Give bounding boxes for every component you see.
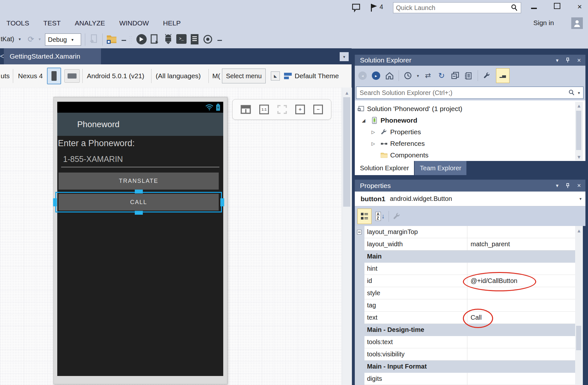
- property-value[interactable]: [467, 299, 583, 312]
- fit-window-icon[interactable]: [277, 105, 287, 114]
- layout-toggle-icon[interactable]: [241, 105, 251, 114]
- tab-list-dropdown[interactable]: ▾: [340, 52, 349, 61]
- property-digits[interactable]: digits: [355, 373, 583, 385]
- property-layout-margintop[interactable]: layout_marginTop: [355, 226, 583, 238]
- menu-analyze[interactable]: ANALYZE: [75, 19, 105, 27]
- property-value[interactable]: Call: [467, 312, 583, 324]
- document-tab[interactable]: GettingStarted.Xamarin: [4, 48, 101, 64]
- deploy-phone-icon[interactable]: [150, 34, 160, 44]
- preview-selected-items-toggle[interactable]: [496, 68, 510, 83]
- device-selector[interactable]: Nexus 4: [18, 64, 43, 88]
- resize-handle-bottom[interactable]: [135, 211, 143, 215]
- minimize-button[interactable]: [528, 3, 540, 12]
- menu-help[interactable]: HELP: [163, 19, 181, 27]
- sort-alphabetical-button[interactable]: AZ ↓: [375, 212, 385, 221]
- sign-in-link[interactable]: Sign in: [533, 19, 554, 27]
- phoneword-edittext[interactable]: 1-855-XAMARIN: [63, 155, 123, 164]
- add-item-folder-icon[interactable]: [106, 34, 118, 44]
- menu-test[interactable]: TEST: [43, 19, 61, 27]
- menu-window[interactable]: WINDOW: [119, 19, 149, 27]
- portrait-button[interactable]: [47, 64, 61, 88]
- translate-button[interactable]: TRANSLATE: [59, 173, 219, 190]
- run-icon[interactable]: [136, 34, 147, 44]
- collapse-all-icon[interactable]: [451, 71, 460, 80]
- refresh-icon[interactable]: ↻: [437, 71, 446, 80]
- chevron-down-icon[interactable]: ▾: [556, 183, 558, 189]
- language-selector[interactable]: (All languages): [156, 64, 201, 88]
- selected-object-dropdown[interactable]: button1 android.widget.Button ▾: [355, 192, 585, 206]
- android-version-selector[interactable]: Android 5.0.1 (v21): [87, 64, 144, 88]
- landscape-button[interactable]: [64, 64, 80, 88]
- scrollbar-thumb[interactable]: [576, 326, 581, 350]
- pin-icon[interactable]: [565, 57, 570, 63]
- scroll-up-icon[interactable]: ▲: [575, 228, 583, 233]
- expander-icon[interactable]: ▷: [372, 129, 381, 135]
- property-layout-width[interactable]: layout_widthmatch_parent: [355, 238, 583, 250]
- maximize-button[interactable]: [551, 3, 564, 12]
- scroll-up-icon[interactable]: ▲: [342, 90, 352, 96]
- theme-selector[interactable]: Default Theme: [295, 64, 339, 88]
- refresh-dropdown-icon[interactable]: ▾: [39, 37, 41, 42]
- target-icon[interactable]: [203, 34, 213, 44]
- toolbar-grip[interactable]: ········: [129, 35, 133, 44]
- property-value[interactable]: match_parent: [467, 238, 583, 250]
- tab-solution-explorer[interactable]: Solution Explorer: [355, 161, 414, 175]
- property-value[interactable]: [467, 263, 583, 275]
- chevron-down-icon[interactable]: ▾: [417, 73, 419, 78]
- home-icon[interactable]: [385, 71, 394, 80]
- close-button[interactable]: ×: [573, 3, 586, 12]
- back-icon[interactable]: ◂: [358, 71, 367, 80]
- property-style[interactable]: style: [355, 287, 583, 299]
- build-config-combobox[interactable]: Debug ▾: [45, 33, 81, 46]
- scrollbar-thumb[interactable]: [343, 97, 350, 207]
- android-emulator-icon[interactable]: [163, 33, 174, 44]
- categorized-view-button[interactable]: [357, 209, 372, 224]
- chevron-down-icon[interactable]: ▾: [578, 90, 580, 95]
- category-main-design-time[interactable]: Main - Design-time: [355, 324, 583, 336]
- scroll-down-icon[interactable]: ▼: [575, 154, 583, 160]
- resize-handle-right[interactable]: [220, 198, 224, 206]
- tree-item-references[interactable]: ▷References: [355, 138, 585, 149]
- device-log-icon[interactable]: [190, 33, 199, 45]
- console-icon[interactable]: >_: [176, 34, 187, 44]
- tree-item-solution-phoneword-1-project[interactable]: Solution 'Phoneword' (1 project): [355, 103, 585, 115]
- collapse-icon[interactable]: [357, 230, 362, 234]
- property-tag[interactable]: tag: [355, 299, 583, 312]
- property-value[interactable]: @+id/CallButton: [467, 275, 583, 287]
- avatar-icon[interactable]: [571, 17, 583, 29]
- property-value[interactable]: [467, 348, 583, 361]
- pin-icon[interactable]: [565, 183, 570, 189]
- solution-search-input[interactable]: Search Solution Explorer (Ctrl+;) ▾: [356, 87, 583, 99]
- property-hint[interactable]: hint: [355, 263, 583, 275]
- properties-wrench-icon[interactable]: [482, 71, 492, 80]
- feedback-icon[interactable]: [351, 3, 361, 12]
- zoom-in-icon[interactable]: +: [295, 105, 305, 114]
- refresh-icon[interactable]: ⟳: [28, 35, 34, 44]
- menu-dropdown-button[interactable]: ◣: [271, 64, 280, 88]
- attach-device-icon[interactable]: [89, 34, 98, 44]
- configuration-label-clipped[interactable]: tKat): [1, 35, 14, 43]
- tree-item-components[interactable]: Components: [355, 149, 585, 161]
- close-icon[interactable]: ×: [577, 182, 581, 189]
- chevron-down-icon[interactable]: ▾: [556, 57, 558, 63]
- property-grid-scrollbar[interactable]: ▲: [575, 226, 583, 385]
- property-id[interactable]: id@+id/CallButton: [355, 275, 583, 287]
- forward-icon[interactable]: ▸: [372, 71, 381, 80]
- resize-handle-left[interactable]: [53, 198, 57, 206]
- property-value[interactable]: [467, 287, 583, 299]
- category-main-input-format[interactable]: Main - Input Format: [355, 361, 583, 373]
- quick-launch-input[interactable]: Quick Launch: [393, 2, 521, 13]
- notifications-flag-icon[interactable]: [370, 3, 378, 12]
- zoom-out-icon[interactable]: −: [313, 105, 323, 114]
- scrollbar-thumb[interactable]: [576, 111, 581, 150]
- scroll-tabs-left-icon[interactable]: <: [0, 52, 4, 61]
- properties-header[interactable]: Properties ▾ ×: [355, 180, 585, 192]
- toolbar-overflow-handle[interactable]: [122, 40, 126, 41]
- alternative-layouts-clipped[interactable]: uts: [1, 64, 10, 88]
- menu-tools[interactable]: TOOLS: [6, 19, 29, 27]
- property-tools-visibility[interactable]: tools:visibility: [355, 348, 583, 361]
- scroll-up-icon[interactable]: ▲: [575, 103, 583, 108]
- tree-item-properties[interactable]: ▷Properties: [355, 126, 585, 138]
- pending-changes-icon[interactable]: [403, 71, 412, 80]
- configuration-dropdown-icon[interactable]: ▾: [19, 37, 21, 42]
